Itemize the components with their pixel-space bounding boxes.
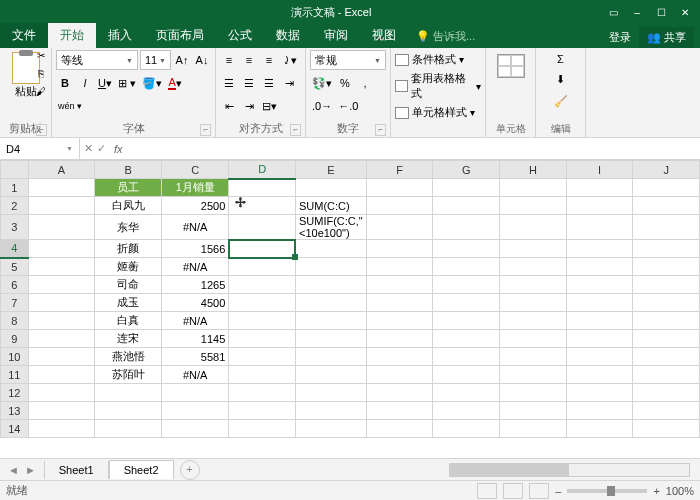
cell-F2[interactable]	[366, 197, 433, 215]
col-header-H[interactable]: H	[500, 161, 567, 179]
tab-review[interactable]: 审阅	[312, 23, 360, 48]
ribbon-options-icon[interactable]: ▭	[602, 2, 624, 22]
align-right-button[interactable]: ☰	[260, 73, 278, 93]
align-dialog-icon[interactable]: ⌐	[290, 124, 301, 136]
align-left-button[interactable]: ☰	[220, 73, 238, 93]
cell-D6[interactable]	[229, 276, 296, 294]
cell-E2[interactable]: SUM(C:C)	[295, 197, 366, 215]
cell-B10[interactable]: 燕池悟	[95, 348, 162, 366]
sheet-tab-sheet2[interactable]: Sheet2	[109, 460, 174, 479]
tell-me[interactable]: 💡 告诉我...	[408, 25, 483, 48]
cell-A12[interactable]	[28, 384, 95, 402]
cell-H9[interactable]	[500, 330, 567, 348]
cell-C1[interactable]: 1月销量	[162, 179, 229, 197]
format-painter-button[interactable]: 🖌	[33, 86, 49, 102]
cell-J8[interactable]	[633, 312, 700, 330]
next-sheet-icon[interactable]: ►	[25, 464, 36, 476]
cell-I4[interactable]	[566, 240, 633, 258]
cell-G12[interactable]	[433, 384, 500, 402]
cell-B7[interactable]: 成玉	[95, 294, 162, 312]
cell-B8[interactable]: 白真	[95, 312, 162, 330]
row-header-13[interactable]: 13	[1, 402, 29, 420]
cell-A5[interactable]	[28, 258, 95, 276]
zoom-level[interactable]: 100%	[666, 485, 694, 497]
cell-C3[interactable]: #N/A	[162, 215, 229, 240]
bold-button[interactable]: B	[56, 73, 74, 93]
cell-D8[interactable]	[229, 312, 296, 330]
name-box[interactable]: D4▼	[0, 138, 80, 159]
cell-F11[interactable]	[366, 366, 433, 384]
cell-H4[interactable]	[500, 240, 567, 258]
cell-A2[interactable]	[28, 197, 95, 215]
cell-G4[interactable]	[433, 240, 500, 258]
cell-G8[interactable]	[433, 312, 500, 330]
cells-icon[interactable]	[497, 54, 525, 78]
wrap-text-button[interactable]: ⇥	[280, 73, 298, 93]
cell-C5[interactable]: #N/A	[162, 258, 229, 276]
cell-G2[interactable]	[433, 197, 500, 215]
tab-view[interactable]: 视图	[360, 23, 408, 48]
cell-H3[interactable]	[500, 215, 567, 240]
cell-H6[interactable]	[500, 276, 567, 294]
decrease-font-button[interactable]: A↓	[193, 50, 211, 70]
cell-B4[interactable]: 折颜	[95, 240, 162, 258]
cell-B3[interactable]: 东华	[95, 215, 162, 240]
clear-button[interactable]: 🧹	[552, 93, 570, 110]
page-break-view-button[interactable]	[529, 483, 549, 499]
close-button[interactable]: ✕	[674, 2, 696, 22]
cell-I10[interactable]	[566, 348, 633, 366]
conditional-format-button[interactable]: 条件格式 ▾	[395, 52, 481, 67]
cell-H13[interactable]	[500, 402, 567, 420]
col-header-I[interactable]: I	[566, 161, 633, 179]
accounting-button[interactable]: 💱▾	[310, 73, 334, 93]
cell-D11[interactable]	[229, 366, 296, 384]
cell-G14[interactable]	[433, 420, 500, 438]
cell-J2[interactable]	[633, 197, 700, 215]
cell-I1[interactable]	[566, 179, 633, 197]
cell-I3[interactable]	[566, 215, 633, 240]
select-all-corner[interactable]	[1, 161, 29, 179]
row-header-3[interactable]: 3	[1, 215, 29, 240]
cell-D5[interactable]	[229, 258, 296, 276]
cell-G6[interactable]	[433, 276, 500, 294]
decrease-indent-button[interactable]: ⇤	[220, 96, 238, 116]
cell-E8[interactable]	[295, 312, 366, 330]
cell-J1[interactable]	[633, 179, 700, 197]
cell-D1[interactable]	[229, 179, 296, 197]
row-header-1[interactable]: 1	[1, 179, 29, 197]
align-center-button[interactable]: ☰	[240, 73, 258, 93]
horizontal-scrollbar[interactable]	[449, 463, 690, 477]
prev-sheet-icon[interactable]: ◄	[8, 464, 19, 476]
fill-button[interactable]: ⬇	[552, 71, 570, 88]
cell-E3[interactable]: SUMIF(C:C,"<10e100")	[295, 215, 366, 240]
cell-J3[interactable]	[633, 215, 700, 240]
cell-E4[interactable]	[295, 240, 366, 258]
cell-F1[interactable]	[366, 179, 433, 197]
cell-B1[interactable]: 员工	[95, 179, 162, 197]
cell-E14[interactable]	[295, 420, 366, 438]
row-header-14[interactable]: 14	[1, 420, 29, 438]
cell-H1[interactable]	[500, 179, 567, 197]
cell-I7[interactable]	[566, 294, 633, 312]
cell-E13[interactable]	[295, 402, 366, 420]
cell-A8[interactable]	[28, 312, 95, 330]
autosum-button[interactable]: Σ	[552, 50, 570, 67]
cell-E7[interactable]	[295, 294, 366, 312]
number-dialog-icon[interactable]: ⌐	[375, 124, 386, 136]
col-header-G[interactable]: G	[433, 161, 500, 179]
cell-I6[interactable]	[566, 276, 633, 294]
cancel-formula-icon[interactable]: ✕	[84, 142, 93, 155]
cell-D14[interactable]	[229, 420, 296, 438]
cell-B9[interactable]: 连宋	[95, 330, 162, 348]
underline-button[interactable]: U ▾	[96, 73, 114, 93]
format-as-table-button[interactable]: 套用表格格式 ▾	[395, 71, 481, 101]
cell-E9[interactable]	[295, 330, 366, 348]
cell-B5[interactable]: 姬蘅	[95, 258, 162, 276]
align-middle-button[interactable]: ≡	[240, 50, 258, 70]
cell-E12[interactable]	[295, 384, 366, 402]
cell-J11[interactable]	[633, 366, 700, 384]
cell-F8[interactable]	[366, 312, 433, 330]
row-header-11[interactable]: 11	[1, 366, 29, 384]
tab-formula[interactable]: 公式	[216, 23, 264, 48]
tab-layout[interactable]: 页面布局	[144, 23, 216, 48]
